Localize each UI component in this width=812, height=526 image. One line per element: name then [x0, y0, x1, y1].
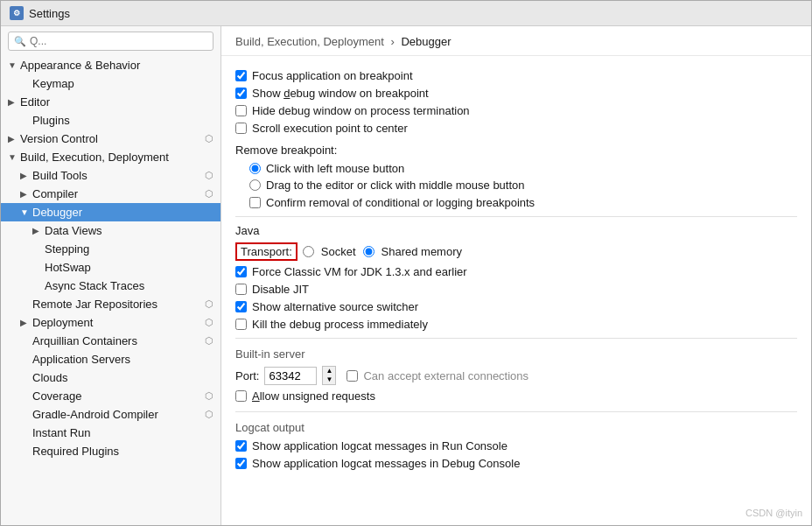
sidebar-item-build-execution[interactable]: ▼ Build, Execution, Deployment [1, 148, 220, 166]
breadcrumb-current: Debugger [401, 35, 451, 48]
external-icon: ⬡ [205, 409, 214, 420]
logcat-debug-console-checkbox[interactable] [235, 458, 247, 469]
sidebar-item-compiler[interactable]: ▶ Compiler ⬡ [1, 185, 220, 203]
radio-shared-memory[interactable] [363, 246, 374, 257]
radio-drag-input[interactable] [249, 179, 261, 191]
show-alt-source-checkbox[interactable] [235, 301, 247, 312]
transport-radio-group: Socket Shared memory [303, 245, 462, 258]
sidebar-item-deployment[interactable]: ▶ Deployment ⬡ [1, 313, 220, 332]
external-icon: ⬡ [205, 188, 214, 200]
arrow-icon: ▶ [20, 318, 32, 327]
sidebar-item-label: Plugins [32, 114, 214, 127]
sidebar-item-instant-run[interactable]: Instant Run [1, 424, 220, 442]
divider-1 [235, 216, 797, 217]
confirm-removal-label: Confirm removal of conditional or loggin… [266, 196, 535, 209]
sidebar-item-arquillian[interactable]: Arquillian Containers ⬡ [1, 332, 220, 350]
radio-left-mouse-input[interactable] [249, 163, 261, 174]
sidebar-item-version-control[interactable]: ▶ Version Control ⬡ [1, 130, 220, 148]
kill-debug-checkbox[interactable] [235, 319, 247, 330]
divider-3 [235, 411, 797, 412]
sidebar-item-label: Required Plugins [32, 445, 214, 458]
focus-on-breakpoint-row: Focus application on breakpoint [235, 69, 797, 82]
sidebar-item-label: Deployment [32, 316, 205, 329]
radio-shared-memory-label: Shared memory [382, 245, 462, 258]
sidebar-item-plugins[interactable]: Plugins [1, 111, 220, 130]
can-accept-label: Can accept external connections [363, 369, 528, 382]
scroll-execution-label: Scroll execution point to center [252, 122, 408, 135]
java-section-title: Java [235, 224, 797, 237]
sidebar-item-coverage[interactable]: Coverage ⬡ [1, 387, 220, 405]
radio-socket-label: Socket [321, 245, 356, 258]
show-alt-source-row: Show alternative source switcher [235, 300, 797, 313]
disable-jit-label: Disable JIT [252, 283, 309, 296]
force-classic-vm-row: Force Classic VM for JDK 1.3.x and earli… [235, 265, 797, 278]
sidebar-item-debugger[interactable]: ▼ Debugger [1, 203, 220, 221]
sidebar-item-label: Data Views [45, 224, 214, 237]
search-input[interactable] [30, 35, 207, 47]
allow-unsigned-row: Allow unsigned requests [235, 389, 797, 403]
breadcrumb-arrow: › [390, 35, 397, 48]
content-panel: Build, Execution, Deployment › Debugger … [221, 26, 811, 525]
sidebar-item-gradle-android[interactable]: Gradle-Android Compiler ⬡ [1, 405, 220, 424]
hide-debug-window-checkbox[interactable] [235, 105, 247, 116]
sidebar-item-hotswap[interactable]: HotSwap [1, 258, 220, 277]
port-input[interactable] [264, 367, 317, 385]
arrow-icon: ▶ [8, 97, 20, 107]
external-icon: ⬡ [205, 298, 214, 310]
focus-on-breakpoint-label[interactable]: Focus application on breakpoint [252, 69, 413, 82]
sidebar-item-label: Debugger [32, 206, 214, 219]
search-box[interactable]: 🔍 [8, 32, 214, 51]
confirm-removal-checkbox[interactable] [249, 197, 261, 208]
logcat-debug-console-label: Show application logcat messages in Debu… [252, 457, 520, 470]
port-spinner[interactable]: ▲ ▼ [322, 366, 336, 385]
sidebar-item-label: Gradle-Android Compiler [32, 408, 205, 421]
sidebar-item-label: Stepping [45, 242, 214, 256]
sidebar-item-async-stack[interactable]: Async Stack Traces [1, 277, 220, 295]
show-debug-window-checkbox[interactable] [235, 88, 247, 99]
search-icon: 🔍 [14, 36, 26, 47]
show-debug-window-label: Show debug window on breakpoint [252, 87, 429, 100]
breadcrumb: Build, Execution, Deployment › Debugger [221, 26, 811, 56]
disable-jit-checkbox[interactable] [235, 284, 247, 295]
can-accept-checkbox[interactable] [346, 370, 358, 382]
arrow-icon: ▶ [8, 134, 20, 144]
radio-left-mouse-label: Click with left mouse button [266, 162, 404, 175]
window-title: Settings [29, 7, 70, 20]
force-classic-vm-checkbox[interactable] [235, 266, 247, 277]
logcat-debug-console-row: Show application logcat messages in Debu… [235, 457, 797, 470]
allow-unsigned-checkbox[interactable] [235, 390, 247, 402]
sidebar-item-editor[interactable]: ▶ Editor [1, 93, 220, 111]
arrow-icon: ▼ [20, 207, 32, 217]
sidebar-item-label: HotSwap [45, 261, 214, 274]
radio-drag-label: Drag to the editor or click with middle … [266, 179, 525, 192]
remove-breakpoint-title: Remove breakpoint: [235, 144, 797, 157]
arrow-icon: ▶ [20, 171, 32, 180]
sidebar-item-app-servers[interactable]: Application Servers [1, 350, 220, 368]
builtin-server-section: Built-in server Port: ▲ ▼ Can accept ext… [235, 347, 797, 403]
sidebar-item-data-views[interactable]: ▶ Data Views [1, 221, 220, 240]
sidebar-item-keymap[interactable]: Keymap [1, 74, 220, 93]
sidebar-item-required-plugins[interactable]: Required Plugins [1, 442, 220, 460]
sidebar-item-clouds[interactable]: Clouds [1, 368, 220, 387]
breadcrumb-path: Build, Execution, Deployment [235, 35, 384, 48]
builtin-server-title: Built-in server [235, 347, 797, 361]
port-label: Port: [235, 369, 259, 382]
sidebar-item-appearance[interactable]: ▼ Appearance & Behavior [1, 56, 220, 74]
sidebar-item-label: Version Control [20, 132, 205, 145]
logcat-run-console-checkbox[interactable] [235, 440, 247, 452]
arrow-icon: ▼ [8, 152, 20, 162]
sidebar-item-label: Compiler [32, 187, 205, 200]
sidebar-item-remote-jar[interactable]: Remote Jar Repositories ⬡ [1, 295, 220, 313]
external-icon: ⬡ [205, 335, 214, 347]
sidebar-item-label: Build Tools [32, 169, 205, 182]
sidebar-item-label: Editor [20, 95, 214, 109]
radio-socket[interactable] [303, 246, 314, 257]
sidebar-item-stepping[interactable]: Stepping [1, 240, 220, 258]
spinner-up[interactable]: ▲ [323, 367, 335, 375]
spinner-down[interactable]: ▼ [323, 375, 335, 384]
java-section: Java Transport: Socket Shared memory For… [235, 224, 797, 331]
confirm-removal-row: Confirm removal of conditional or loggin… [249, 196, 797, 209]
focus-on-breakpoint-checkbox[interactable] [235, 70, 247, 81]
sidebar-item-build-tools[interactable]: ▶ Build Tools ⬡ [1, 166, 220, 185]
scroll-execution-checkbox[interactable] [235, 123, 247, 134]
